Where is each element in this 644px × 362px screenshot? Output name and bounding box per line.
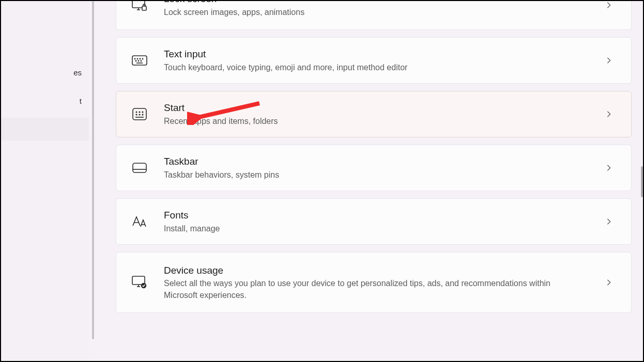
setting-lock-screen[interactable]: Lock screen Lock screen images, apps, an… bbox=[116, 0, 632, 30]
setting-text: Text input Touch keyboard, voice typing,… bbox=[164, 48, 589, 73]
svg-point-15 bbox=[139, 112, 140, 113]
fonts-icon bbox=[132, 214, 147, 229]
start-grid-icon bbox=[132, 106, 147, 122]
setting-title: Fonts bbox=[164, 209, 589, 223]
setting-subtitle: Touch keyboard, voice typing, emoji and … bbox=[164, 61, 589, 73]
svg-point-18 bbox=[139, 114, 140, 115]
setting-text: Device usage Select all the ways you pla… bbox=[164, 264, 589, 302]
svg-rect-4 bbox=[132, 56, 147, 65]
sidebar-item-cut-a[interactable]: es bbox=[1, 63, 89, 82]
setting-title: Taskbar bbox=[164, 155, 589, 169]
svg-point-5 bbox=[134, 58, 135, 59]
setting-subtitle: Select all the ways you plan to use your… bbox=[164, 277, 589, 301]
setting-subtitle: Lock screen images, apps, animations bbox=[164, 6, 589, 18]
sidebar: es t bbox=[1, 1, 89, 361]
svg-point-16 bbox=[142, 112, 143, 113]
svg-point-7 bbox=[140, 58, 140, 59]
chevron-right-icon bbox=[605, 164, 616, 171]
chevron-right-icon bbox=[605, 279, 616, 286]
setting-title: Lock screen bbox=[164, 0, 589, 6]
sidebar-item-cut-b[interactable]: t bbox=[1, 91, 89, 111]
chevron-right-icon bbox=[605, 57, 616, 64]
svg-point-10 bbox=[138, 60, 139, 61]
setting-text: Fonts Install, manage bbox=[164, 209, 589, 234]
sidebar-divider bbox=[92, 1, 94, 339]
setting-taskbar[interactable]: Taskbar Taskbar behaviors, system pins bbox=[116, 145, 632, 191]
chevron-right-icon bbox=[605, 111, 616, 118]
settings-list: Lock screen Lock screen images, apps, an… bbox=[116, 1, 632, 313]
setting-device-usage[interactable]: Device usage Select all the ways you pla… bbox=[116, 252, 632, 313]
svg-point-6 bbox=[137, 58, 137, 59]
sidebar-item-selected[interactable] bbox=[1, 118, 89, 140]
setting-title: Start bbox=[164, 101, 589, 115]
setting-text: Taskbar Taskbar behaviors, system pins bbox=[164, 155, 589, 181]
keyboard-icon bbox=[132, 53, 147, 68]
setting-text-input[interactable]: Text input Touch keyboard, voice typing,… bbox=[116, 37, 632, 84]
setting-title: Device usage bbox=[164, 264, 589, 278]
setting-title: Text input bbox=[164, 48, 589, 61]
svg-point-19 bbox=[142, 114, 143, 115]
svg-point-8 bbox=[142, 58, 143, 59]
setting-subtitle: Taskbar behaviors, system pins bbox=[164, 169, 589, 181]
svg-point-14 bbox=[136, 112, 137, 113]
setting-start[interactable]: Start Recent apps and items, folders bbox=[116, 91, 632, 137]
scrollbar-thumb[interactable] bbox=[641, 166, 643, 197]
svg-point-11 bbox=[141, 60, 141, 61]
setting-text: Start Recent apps and items, folders bbox=[164, 101, 589, 127]
setting-fonts[interactable]: Fonts Install, manage bbox=[116, 198, 632, 245]
svg-point-9 bbox=[135, 60, 136, 61]
setting-subtitle: Recent apps and items, folders bbox=[164, 115, 589, 127]
setting-text: Lock screen Lock screen images, apps, an… bbox=[164, 0, 589, 18]
monitor-lock-icon bbox=[132, 0, 147, 13]
svg-point-17 bbox=[136, 114, 137, 115]
device-check-icon bbox=[132, 275, 147, 290]
taskbar-icon bbox=[132, 160, 147, 176]
svg-rect-21 bbox=[133, 163, 146, 172]
chevron-right-icon bbox=[605, 2, 616, 9]
chevron-right-icon bbox=[605, 218, 616, 225]
svg-rect-3 bbox=[142, 6, 146, 10]
setting-subtitle: Install, manage bbox=[164, 223, 589, 234]
